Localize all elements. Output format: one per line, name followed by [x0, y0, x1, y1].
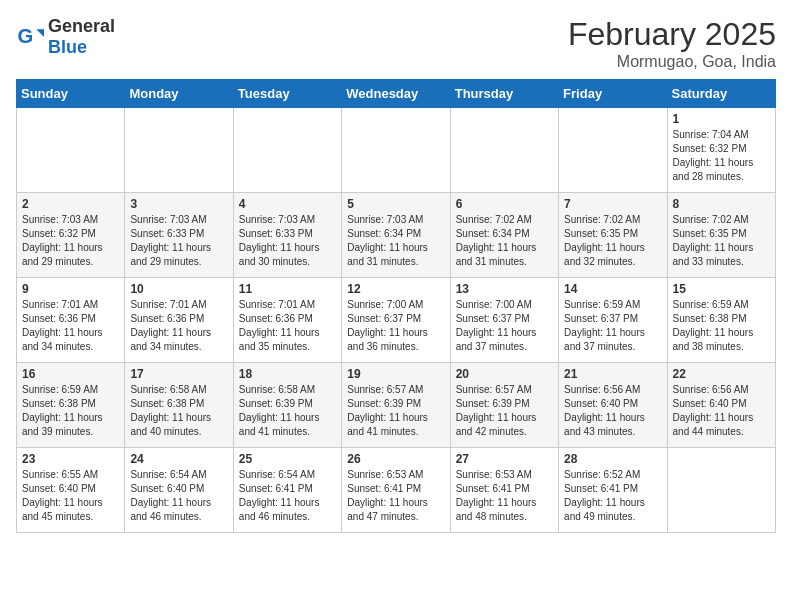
calendar-week-row: 23Sunrise: 6:55 AM Sunset: 6:40 PM Dayli…	[17, 448, 776, 533]
calendar-cell: 9Sunrise: 7:01 AM Sunset: 6:36 PM Daylig…	[17, 278, 125, 363]
day-number: 21	[564, 367, 661, 381]
calendar-cell: 23Sunrise: 6:55 AM Sunset: 6:40 PM Dayli…	[17, 448, 125, 533]
calendar-cell: 14Sunrise: 6:59 AM Sunset: 6:37 PM Dayli…	[559, 278, 667, 363]
day-number: 5	[347, 197, 444, 211]
weekday-header: Wednesday	[342, 80, 450, 108]
calendar-table: SundayMondayTuesdayWednesdayThursdayFrid…	[16, 79, 776, 533]
day-number: 13	[456, 282, 553, 296]
weekday-header: Friday	[559, 80, 667, 108]
calendar-cell: 16Sunrise: 6:59 AM Sunset: 6:38 PM Dayli…	[17, 363, 125, 448]
calendar-cell: 1Sunrise: 7:04 AM Sunset: 6:32 PM Daylig…	[667, 108, 775, 193]
weekday-header: Tuesday	[233, 80, 341, 108]
weekday-header: Thursday	[450, 80, 558, 108]
logo-general: General	[48, 16, 115, 36]
calendar-cell	[125, 108, 233, 193]
calendar-cell	[667, 448, 775, 533]
calendar-cell: 20Sunrise: 6:57 AM Sunset: 6:39 PM Dayli…	[450, 363, 558, 448]
calendar-cell: 5Sunrise: 7:03 AM Sunset: 6:34 PM Daylig…	[342, 193, 450, 278]
calendar-cell: 13Sunrise: 7:00 AM Sunset: 6:37 PM Dayli…	[450, 278, 558, 363]
svg-text:G: G	[18, 25, 34, 47]
day-number: 23	[22, 452, 119, 466]
day-number: 16	[22, 367, 119, 381]
day-info: Sunrise: 7:02 AM Sunset: 6:34 PM Dayligh…	[456, 213, 553, 269]
calendar-cell: 12Sunrise: 7:00 AM Sunset: 6:37 PM Dayli…	[342, 278, 450, 363]
day-info: Sunrise: 7:02 AM Sunset: 6:35 PM Dayligh…	[564, 213, 661, 269]
day-number: 7	[564, 197, 661, 211]
day-number: 9	[22, 282, 119, 296]
day-info: Sunrise: 6:59 AM Sunset: 6:38 PM Dayligh…	[22, 383, 119, 439]
day-number: 18	[239, 367, 336, 381]
calendar-cell: 17Sunrise: 6:58 AM Sunset: 6:38 PM Dayli…	[125, 363, 233, 448]
day-number: 2	[22, 197, 119, 211]
day-number: 20	[456, 367, 553, 381]
day-info: Sunrise: 6:58 AM Sunset: 6:39 PM Dayligh…	[239, 383, 336, 439]
day-info: Sunrise: 6:55 AM Sunset: 6:40 PM Dayligh…	[22, 468, 119, 524]
weekday-header: Monday	[125, 80, 233, 108]
weekday-header: Sunday	[17, 80, 125, 108]
day-number: 8	[673, 197, 770, 211]
calendar-cell: 27Sunrise: 6:53 AM Sunset: 6:41 PM Dayli…	[450, 448, 558, 533]
day-info: Sunrise: 6:57 AM Sunset: 6:39 PM Dayligh…	[456, 383, 553, 439]
calendar-cell: 18Sunrise: 6:58 AM Sunset: 6:39 PM Dayli…	[233, 363, 341, 448]
day-number: 1	[673, 112, 770, 126]
weekday-header: Saturday	[667, 80, 775, 108]
calendar-cell: 26Sunrise: 6:53 AM Sunset: 6:41 PM Dayli…	[342, 448, 450, 533]
day-info: Sunrise: 6:57 AM Sunset: 6:39 PM Dayligh…	[347, 383, 444, 439]
day-number: 4	[239, 197, 336, 211]
day-number: 14	[564, 282, 661, 296]
day-info: Sunrise: 7:00 AM Sunset: 6:37 PM Dayligh…	[456, 298, 553, 354]
day-info: Sunrise: 6:59 AM Sunset: 6:38 PM Dayligh…	[673, 298, 770, 354]
calendar-cell: 21Sunrise: 6:56 AM Sunset: 6:40 PM Dayli…	[559, 363, 667, 448]
svg-marker-1	[36, 29, 44, 37]
month-year: February 2025	[568, 16, 776, 53]
day-info: Sunrise: 6:54 AM Sunset: 6:41 PM Dayligh…	[239, 468, 336, 524]
calendar-cell: 28Sunrise: 6:52 AM Sunset: 6:41 PM Dayli…	[559, 448, 667, 533]
calendar-cell: 7Sunrise: 7:02 AM Sunset: 6:35 PM Daylig…	[559, 193, 667, 278]
calendar-cell	[450, 108, 558, 193]
calendar-week-row: 9Sunrise: 7:01 AM Sunset: 6:36 PM Daylig…	[17, 278, 776, 363]
day-info: Sunrise: 6:54 AM Sunset: 6:40 PM Dayligh…	[130, 468, 227, 524]
day-info: Sunrise: 7:01 AM Sunset: 6:36 PM Dayligh…	[239, 298, 336, 354]
calendar-cell	[342, 108, 450, 193]
day-number: 6	[456, 197, 553, 211]
weekday-header-row: SundayMondayTuesdayWednesdayThursdayFrid…	[17, 80, 776, 108]
calendar-cell: 22Sunrise: 6:56 AM Sunset: 6:40 PM Dayli…	[667, 363, 775, 448]
day-info: Sunrise: 7:03 AM Sunset: 6:34 PM Dayligh…	[347, 213, 444, 269]
calendar-cell	[17, 108, 125, 193]
day-info: Sunrise: 7:02 AM Sunset: 6:35 PM Dayligh…	[673, 213, 770, 269]
day-info: Sunrise: 6:52 AM Sunset: 6:41 PM Dayligh…	[564, 468, 661, 524]
calendar-cell	[233, 108, 341, 193]
day-number: 27	[456, 452, 553, 466]
day-number: 10	[130, 282, 227, 296]
day-number: 17	[130, 367, 227, 381]
calendar-week-row: 2Sunrise: 7:03 AM Sunset: 6:32 PM Daylig…	[17, 193, 776, 278]
day-info: Sunrise: 6:53 AM Sunset: 6:41 PM Dayligh…	[456, 468, 553, 524]
page-header: G General Blue February 2025 Mormugao, G…	[16, 16, 776, 71]
day-info: Sunrise: 7:03 AM Sunset: 6:32 PM Dayligh…	[22, 213, 119, 269]
location: Mormugao, Goa, India	[568, 53, 776, 71]
calendar-cell: 19Sunrise: 6:57 AM Sunset: 6:39 PM Dayli…	[342, 363, 450, 448]
day-info: Sunrise: 6:58 AM Sunset: 6:38 PM Dayligh…	[130, 383, 227, 439]
calendar-cell: 4Sunrise: 7:03 AM Sunset: 6:33 PM Daylig…	[233, 193, 341, 278]
day-number: 11	[239, 282, 336, 296]
calendar-cell: 8Sunrise: 7:02 AM Sunset: 6:35 PM Daylig…	[667, 193, 775, 278]
day-number: 19	[347, 367, 444, 381]
calendar-cell: 10Sunrise: 7:01 AM Sunset: 6:36 PM Dayli…	[125, 278, 233, 363]
day-number: 22	[673, 367, 770, 381]
day-info: Sunrise: 6:56 AM Sunset: 6:40 PM Dayligh…	[564, 383, 661, 439]
calendar-cell: 2Sunrise: 7:03 AM Sunset: 6:32 PM Daylig…	[17, 193, 125, 278]
logo-blue: Blue	[48, 37, 87, 57]
day-info: Sunrise: 6:53 AM Sunset: 6:41 PM Dayligh…	[347, 468, 444, 524]
day-number: 24	[130, 452, 227, 466]
day-info: Sunrise: 7:01 AM Sunset: 6:36 PM Dayligh…	[130, 298, 227, 354]
day-info: Sunrise: 7:01 AM Sunset: 6:36 PM Dayligh…	[22, 298, 119, 354]
title-block: February 2025 Mormugao, Goa, India	[568, 16, 776, 71]
day-number: 12	[347, 282, 444, 296]
day-number: 3	[130, 197, 227, 211]
day-info: Sunrise: 7:04 AM Sunset: 6:32 PM Dayligh…	[673, 128, 770, 184]
day-info: Sunrise: 7:03 AM Sunset: 6:33 PM Dayligh…	[130, 213, 227, 269]
logo: G General Blue	[16, 16, 115, 58]
calendar-cell	[559, 108, 667, 193]
calendar-week-row: 16Sunrise: 6:59 AM Sunset: 6:38 PM Dayli…	[17, 363, 776, 448]
calendar-cell: 24Sunrise: 6:54 AM Sunset: 6:40 PM Dayli…	[125, 448, 233, 533]
